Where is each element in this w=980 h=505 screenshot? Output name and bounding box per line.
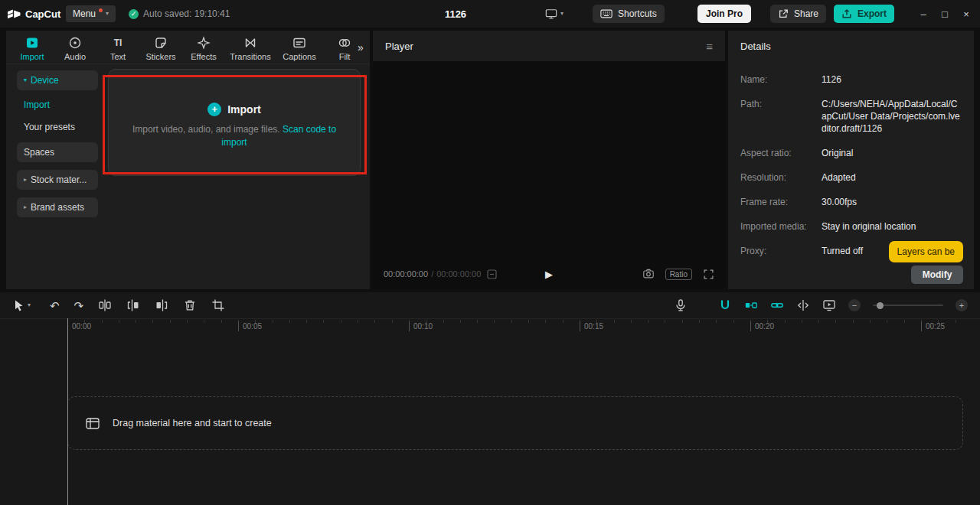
share-button[interactable]: Share: [770, 5, 826, 23]
tab-audio[interactable]: Audio: [54, 34, 96, 61]
timecode-separator: /: [431, 269, 433, 279]
sidebar-item-brand-assets[interactable]: ▸ Brand assets: [17, 197, 98, 217]
ratio-selector[interactable]: Ratio: [665, 269, 692, 280]
detail-label: Aspect ratio:: [740, 147, 822, 159]
detail-row-aspect-ratio: Aspect ratio: Original: [740, 147, 962, 159]
tab-label: Effects: [191, 52, 216, 61]
export-button[interactable]: Export: [834, 5, 894, 23]
ruler-label: 00:05: [238, 321, 262, 331]
menu-button[interactable]: Menu ▾: [66, 5, 116, 22]
media-tabs: Import Audio TI Text Stickers: [6, 31, 370, 64]
ruler-ticks: [67, 320, 965, 323]
media-icon: [86, 418, 100, 429]
zoom-slider-knob[interactable]: [877, 302, 884, 309]
stickers-tab-icon: [154, 36, 168, 50]
detail-value: Stay in original location: [822, 220, 962, 233]
redo-button[interactable]: ↷: [74, 300, 84, 311]
display-mode-dropdown[interactable]: ▾: [545, 0, 564, 28]
detail-label: Imported media:: [740, 220, 822, 233]
autosave-status: ✓ Auto saved: 19:10:41: [129, 0, 230, 28]
close-button[interactable]: ×: [956, 0, 977, 28]
auto-ripple-icon: [744, 298, 758, 312]
cursor-icon: [12, 299, 25, 312]
preview-axis-button[interactable]: [796, 298, 810, 312]
delete-left-button[interactable]: [126, 298, 140, 312]
playhead[interactable]: [67, 318, 68, 505]
ruler-label: 00:15: [580, 321, 603, 331]
shortcuts-label: Shortcuts: [618, 8, 657, 19]
chevron-down-icon: ▾: [28, 302, 31, 308]
sidebar-item-spaces[interactable]: Spaces: [17, 142, 98, 162]
play-button[interactable]: ▶: [545, 269, 553, 280]
media-sidebar: ▾ Device Import Your presets Spaces ▸ St…: [17, 70, 98, 225]
select-tool-button[interactable]: ▾: [12, 299, 31, 312]
chevron-down-icon: ▾: [24, 77, 27, 83]
snapshot-icon[interactable]: [642, 268, 655, 280]
main-track-magnet-toggle[interactable]: [718, 298, 732, 312]
sidebar-item-label: Stock mater...: [31, 174, 87, 185]
timeline-zoom-slider[interactable]: [873, 305, 943, 306]
minimize-button[interactable]: –: [913, 0, 934, 28]
shortcuts-button[interactable]: Shortcuts: [593, 5, 665, 23]
record-voiceover-button[interactable]: [674, 298, 688, 312]
details-panel: Details Name: 1126 Path: C:/Users/NEHA/A…: [728, 31, 974, 289]
undo-button[interactable]: ↶: [50, 300, 60, 311]
sidebar-item-label: Spaces: [24, 147, 54, 158]
sidebar-item-import[interactable]: Import: [17, 98, 98, 112]
tabs-overflow-chevron[interactable]: »: [351, 31, 370, 64]
link-icon: [770, 298, 784, 312]
tab-effects[interactable]: Effects: [182, 34, 225, 61]
tab-captions[interactable]: Captions: [276, 34, 323, 61]
auto-ripple-toggle[interactable]: [744, 298, 758, 312]
split-button[interactable]: [98, 298, 112, 312]
chevron-right-icon: ▸: [24, 177, 27, 183]
detail-value: 1126: [822, 73, 962, 86]
sidebar-item-stock-materials[interactable]: ▸ Stock mater...: [17, 170, 98, 190]
detail-value: 30.00fps: [822, 196, 962, 208]
linked-toggle[interactable]: [770, 298, 784, 312]
total-timecode: 00:00:00:00: [436, 269, 481, 279]
layers-tooltip: Layers can be: [889, 241, 963, 262]
timecode-settings-icon[interactable]: [487, 269, 497, 279]
capcut-app: CapCut Menu ▾ ✓ Auto saved: 19:10:41 112…: [0, 0, 980, 505]
render-preview-button[interactable]: [822, 298, 836, 312]
delete-button[interactable]: [183, 298, 197, 312]
timeline-ruler[interactable]: 00:00 00:05 00:10 00:15 00:20 00:25: [0, 318, 980, 334]
sidebar-item-device[interactable]: ▾ Device: [17, 70, 98, 90]
logo-text: CapCut: [25, 8, 60, 20]
modify-button[interactable]: Modify: [911, 266, 963, 284]
ruler-label: 00:10: [409, 321, 433, 331]
tab-transitions[interactable]: Transitions: [225, 34, 276, 61]
delete-right-button[interactable]: [155, 298, 168, 312]
drop-hint-text: Drag material here and start to create: [113, 418, 272, 428]
zoom-out-button[interactable]: −: [848, 299, 861, 311]
player-menu-icon[interactable]: ≡: [706, 40, 713, 53]
maximize-button[interactable]: □: [934, 0, 956, 28]
detail-value: C:/Users/NEHA/AppData/Local/CapCut/User …: [822, 98, 962, 135]
player-controls: 00:00:00:00 / 00:00:00:00 ▶ Ratio: [373, 259, 725, 289]
detail-label: Path:: [740, 98, 822, 135]
detail-label: Name:: [740, 73, 822, 86]
timeline-toolbar-left: ▾ ↶ ↷: [12, 298, 225, 312]
menu-notification-dot: [99, 8, 103, 12]
player-header: Player ≡: [373, 31, 725, 61]
timeline-drop-area[interactable]: Drag material here and start to create: [67, 396, 963, 450]
details-title: Details: [728, 31, 974, 61]
join-pro-button[interactable]: Join Pro: [697, 5, 751, 23]
detail-row-frame-rate: Frame rate: 30.00fps: [740, 196, 962, 208]
details-rows: Name: 1126 Path: C:/Users/NEHA/AppData/L…: [728, 61, 974, 257]
tab-stickers[interactable]: Stickers: [139, 34, 182, 61]
sidebar-item-your-presets[interactable]: Your presets: [17, 120, 98, 134]
text-tab-icon: TI: [114, 36, 122, 50]
tab-import[interactable]: Import: [11, 34, 54, 61]
detail-row-resolution: Resolution: Adapted: [740, 171, 962, 184]
timeline-toolbar: ▾ ↶ ↷: [0, 292, 980, 318]
fullscreen-icon[interactable]: [703, 269, 714, 280]
crop-button[interactable]: [211, 298, 225, 312]
tab-text[interactable]: TI Text: [96, 34, 139, 61]
capcut-logo: CapCut: [8, 0, 60, 28]
player-viewport: [373, 61, 725, 289]
export-icon: [841, 8, 852, 19]
tab-label: Audio: [64, 52, 86, 61]
zoom-in-button[interactable]: +: [956, 299, 968, 311]
